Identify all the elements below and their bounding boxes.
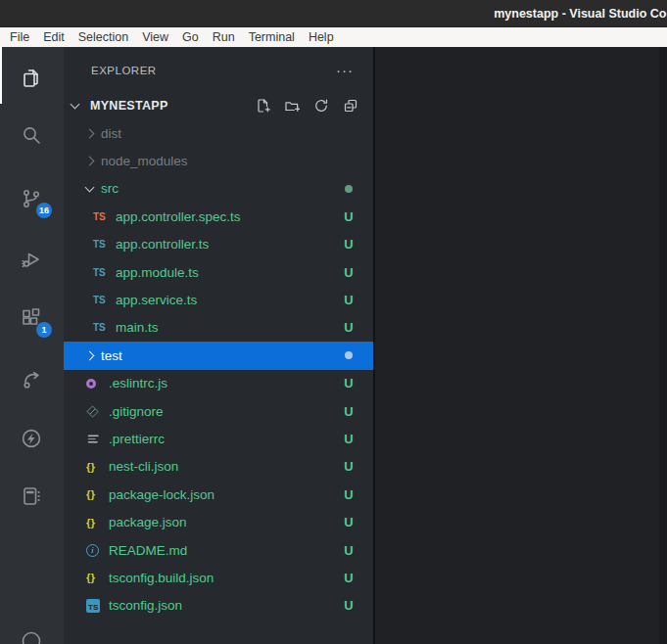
menu-selection[interactable]: Selection — [71, 27, 135, 47]
activity-extensions[interactable]: 1 — [20, 306, 43, 330]
search-icon — [20, 123, 43, 147]
tree-file-nest-cli.json[interactable]: {}nest-cli.jsonU — [64, 453, 373, 481]
tree-item-label: package.json — [109, 515, 187, 529]
extensions-badge: 1 — [36, 322, 52, 338]
git-status-badge: U — [342, 265, 356, 280]
refresh-explorer-icon[interactable] — [313, 98, 329, 114]
tree-file-.eslintrc.js[interactable]: .eslintrc.jsU — [64, 370, 373, 397]
tree-file-main.ts[interactable]: TSmain.tsU — [64, 314, 373, 342]
source-control-badge: 16 — [36, 203, 52, 218]
untracked-badge: U — [344, 459, 353, 474]
tree-file-app.controller.ts[interactable]: TSapp.controller.tsU — [64, 231, 373, 258]
tree-file-tsconfig.json[interactable]: TStsconfig.jsonU — [64, 592, 373, 620]
tree-file-.prettierrc[interactable]: .prettierrcU — [64, 425, 373, 452]
notebook-icon — [20, 484, 43, 508]
tree-file-package.json[interactable]: {}package.jsonU — [64, 508, 373, 535]
tree-folder-test[interactable]: test — [64, 342, 373, 369]
tree-file-.gitignore[interactable]: .gitignoreU — [64, 397, 373, 425]
tree-item-label: nest-cli.json — [109, 459, 178, 474]
tree-file-app.module.ts[interactable]: TSapp.module.tsU — [64, 258, 373, 286]
activity-bar: 161 — [0, 47, 64, 644]
typescript-icon: TS — [93, 295, 112, 305]
untracked-badge: U — [344, 320, 353, 335]
tree-folder-node_modules[interactable]: node_modules — [64, 147, 373, 174]
tree-item-label: .eslintrc.js — [109, 376, 167, 391]
tree-item-label: app.controller.spec.ts — [116, 209, 241, 224]
project-name: MYNESTAPP — [90, 99, 168, 113]
thunder-client-icon — [20, 427, 43, 450]
git-status-badge: U — [342, 376, 356, 391]
git-status-badge: U — [342, 432, 356, 446]
activity-live-share[interactable] — [20, 368, 43, 391]
git-status-badge: U — [342, 571, 356, 585]
json-icon: {} — [86, 461, 105, 473]
typescript-icon: TS — [93, 239, 112, 250]
activity-notebook[interactable] — [20, 484, 43, 508]
git-status-badge: U — [342, 487, 356, 502]
tree-folder-dist[interactable]: dist — [64, 119, 373, 147]
tree-file-tsconfig.build.json[interactable]: {}tsconfig.build.jsonU — [64, 564, 373, 591]
json-icon: {} — [86, 488, 105, 500]
collapse-folders-icon[interactable] — [343, 98, 358, 114]
tree-file-app.controller.spec.ts[interactable]: TSapp.controller.spec.tsU — [64, 203, 373, 230]
typescript-icon: TS — [93, 267, 112, 278]
tree-item-label: test — [101, 348, 122, 363]
chevron-down-icon — [71, 100, 80, 110]
tree-item-label: app.controller.ts — [116, 237, 209, 252]
activity-source-control[interactable]: 16 — [20, 187, 43, 210]
git-modified-dot — [342, 351, 356, 359]
menu-terminal[interactable]: Terminal — [242, 27, 302, 47]
activity-run-debug[interactable] — [20, 248, 43, 271]
tree-file-app.service.ts[interactable]: TSapp.service.tsU — [64, 286, 373, 313]
tree-item-label: tsconfig.json — [109, 598, 182, 613]
untracked-badge: U — [344, 237, 353, 252]
git-status-badge: U — [342, 237, 356, 252]
tree-item-label: main.ts — [116, 320, 159, 335]
tree-item-label: src — [101, 181, 119, 196]
menu-help[interactable]: Help — [302, 27, 341, 47]
menu-go[interactable]: Go — [175, 27, 206, 47]
new-folder-icon[interactable] — [284, 98, 300, 114]
git-status-badge: U — [342, 515, 356, 529]
activity-search[interactable] — [20, 123, 43, 147]
git-modified-dot — [342, 185, 356, 193]
activity-explorer[interactable] — [20, 67, 43, 90]
project-root-row[interactable]: MYNESTAPP — [64, 92, 373, 119]
json-icon: {} — [86, 517, 105, 529]
eslint-icon — [86, 379, 105, 389]
activity-thunder-client[interactable] — [20, 427, 43, 450]
tree-item-label: app.module.ts — [116, 265, 199, 280]
tree-item-label: .gitignore — [109, 404, 164, 419]
window-title: mynestapp - Visual Studio Code — [494, 0, 667, 27]
git-status-badge: U — [342, 459, 356, 474]
live-share-icon — [20, 368, 43, 391]
menu-edit[interactable]: Edit — [36, 27, 71, 47]
tree-item-label: tsconfig.build.json — [109, 571, 214, 585]
explorer-title: EXPLORER — [91, 65, 157, 76]
git-status-badge: U — [342, 293, 356, 307]
untracked-badge: U — [344, 404, 353, 419]
tsconfig-icon: TS — [86, 599, 105, 613]
tree-item-label: README.md — [109, 543, 187, 558]
tree-file-package-lock.json[interactable]: {}package-lock.jsonU — [64, 481, 373, 508]
more-actions-icon[interactable]: ··· — [336, 66, 354, 75]
editor-area[interactable] — [373, 47, 667, 644]
untracked-badge: U — [344, 598, 353, 613]
activity-account[interactable] — [20, 629, 43, 644]
workbench-body: 161 EXPLORER ··· MYNESTAPP distnode_modu… — [0, 47, 667, 644]
menu-run[interactable]: Run — [206, 27, 242, 47]
tree-item-label: package-lock.json — [109, 487, 214, 502]
menu-file[interactable]: File — [3, 27, 36, 47]
editor-scrollbar-track — [659, 47, 667, 644]
new-file-icon[interactable] — [255, 98, 270, 114]
chevron-down-icon — [85, 183, 95, 193]
menu-view[interactable]: View — [135, 27, 175, 47]
run-debug-icon — [20, 248, 43, 271]
json-icon: {} — [86, 572, 105, 583]
chevron-right-icon — [85, 350, 95, 360]
tree-file-README.md[interactable]: iREADME.mdU — [64, 536, 373, 564]
explorer-sidebar: EXPLORER ··· MYNESTAPP distnode_moduless… — [64, 47, 373, 644]
git-status-badge: U — [342, 404, 356, 419]
tree-folder-src[interactable]: src — [64, 175, 373, 203]
chevron-right-icon — [85, 128, 95, 138]
